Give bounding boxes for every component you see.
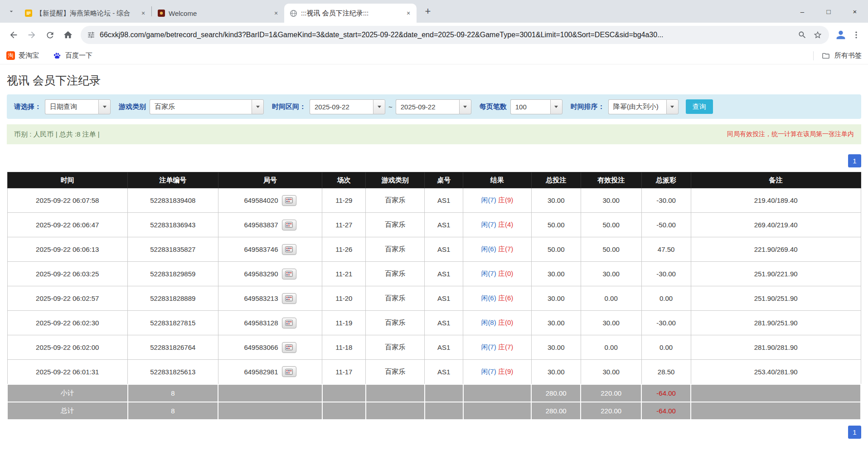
- cell-valid-bet: 30.00: [581, 311, 641, 335]
- round-detail-button[interactable]: [282, 318, 296, 328]
- tab-welcome[interactable]: Welcome ×: [152, 4, 284, 23]
- cell-total-bet[interactable]: 30.00: [531, 311, 581, 335]
- chevron-down-icon[interactable]: [459, 99, 471, 114]
- bookmark-baidu[interactable]: 百度一下: [53, 51, 92, 60]
- cell-bet-id: 522831835827: [128, 237, 218, 262]
- date-start-value: 2025-09-22: [310, 99, 373, 114]
- result-text: 闲(6) 庄(6): [481, 294, 513, 302]
- cell-round: 649583213: [218, 286, 322, 311]
- cell-total-bet[interactable]: 50.00: [531, 213, 581, 237]
- browser-toolbar: 66cxkj98.com/game/betrecord_search/kind3…: [0, 23, 868, 47]
- round-detail-button[interactable]: [282, 244, 296, 255]
- table-row: 2025-09-22 06:06:47522831836943649583837…: [7, 213, 861, 237]
- baidu-paw-icon: [53, 51, 62, 60]
- refresh-button[interactable]: [41, 26, 59, 44]
- bookmarks-bar: 淘 爱淘宝 百度一下 所有书签: [0, 47, 868, 64]
- result-player: 闲(6): [481, 245, 496, 253]
- round-detail-button[interactable]: [282, 195, 296, 206]
- back-button[interactable]: [5, 26, 23, 44]
- tab-close-icon[interactable]: ×: [404, 9, 413, 18]
- tab-search-chevron-icon[interactable]: [4, 4, 19, 19]
- subtotal-payout: -64.00: [641, 384, 691, 402]
- game-type-select[interactable]: 百家乐: [150, 99, 264, 114]
- cell-game-type: 百家乐: [366, 286, 425, 311]
- round-detail-button[interactable]: [282, 293, 296, 304]
- cell-total-bet[interactable]: 50.00: [531, 237, 581, 262]
- bookmark-star-button[interactable]: [810, 27, 825, 43]
- chevron-down-icon[interactable]: [373, 99, 385, 114]
- empty-cell: [425, 402, 463, 420]
- tab-betrecord-active[interactable]: :::视讯 会员下注纪录::: ×: [284, 4, 417, 23]
- zoom-magnifier-icon: [798, 30, 807, 39]
- bookmark-taobao[interactable]: 淘 爱淘宝: [6, 51, 39, 60]
- result-text: 闲(7) 庄(9): [481, 196, 513, 204]
- cell-payout: 0.00: [641, 335, 691, 360]
- profile-button[interactable]: [833, 27, 849, 43]
- cell-result: 闲(8) 庄(0): [463, 311, 532, 335]
- url-text[interactable]: 66cxkj98.com/game/betrecord_search/kind3…: [100, 31, 790, 39]
- column-header: 备注: [691, 172, 861, 188]
- forum-favicon-icon: [24, 10, 32, 17]
- empty-cell: [691, 384, 861, 402]
- cell-total-bet[interactable]: 30.00: [531, 360, 581, 384]
- tab-forum[interactable]: 【新提醒】海燕策略论坛 - 综合 ×: [19, 4, 151, 23]
- result-text: 闲(7) 庄(7): [481, 343, 513, 351]
- page-1-button[interactable]: 1: [848, 426, 861, 439]
- empty-cell: [322, 402, 366, 420]
- all-bookmarks[interactable]: 所有书签: [813, 51, 862, 60]
- site-settings-tune-icon[interactable]: [87, 31, 95, 39]
- tab-title: :::视讯 会员下注纪录:::: [301, 9, 400, 18]
- chevron-down-icon[interactable]: [252, 99, 264, 114]
- folder-icon: [821, 51, 830, 60]
- chevron-down-icon[interactable]: [666, 99, 679, 114]
- zoom-button[interactable]: [795, 27, 810, 43]
- column-header: 注单编号: [128, 172, 218, 188]
- subtotal-count: 8: [128, 384, 218, 402]
- empty-cell: [463, 402, 532, 420]
- sort-select[interactable]: 降幂(由大到小): [608, 99, 679, 114]
- round-detail-button[interactable]: [282, 342, 296, 353]
- forward-button[interactable]: [23, 26, 41, 44]
- round-detail-button[interactable]: [282, 220, 296, 230]
- tab-title: 【新提醒】海燕策略论坛 - 综合: [36, 9, 135, 18]
- result-player: 闲(7): [481, 196, 496, 204]
- result-player: 闲(7): [481, 270, 496, 277]
- column-header: 局号: [218, 172, 322, 188]
- cell-session: 11-21: [322, 262, 366, 286]
- date-type-select[interactable]: 日期查询: [45, 99, 111, 114]
- chevron-down-icon[interactable]: [550, 99, 563, 114]
- tab-close-icon[interactable]: ×: [272, 9, 281, 18]
- roadmap-icon: [285, 246, 293, 252]
- query-button[interactable]: 查询: [686, 99, 713, 114]
- maximize-button[interactable]: □: [815, 0, 842, 23]
- cell-remark: 253.40/281.90: [691, 360, 861, 384]
- address-bar[interactable]: 66cxkj98.com/game/betrecord_search/kind3…: [81, 26, 829, 44]
- cell-total-bet[interactable]: 30.00: [531, 262, 581, 286]
- filter-bar: 请选择： 日期查询 游戏类别 百家乐 时间区间： 2025-09-22 ~ 20…: [7, 94, 861, 119]
- browser-menu-button[interactable]: [849, 27, 863, 43]
- chevron-down-icon: [8, 8, 15, 15]
- date-start-select[interactable]: 2025-09-22: [310, 99, 385, 114]
- per-page-select[interactable]: 100: [510, 99, 563, 114]
- cell-remark: 269.40/219.40: [691, 213, 861, 237]
- bet-table: 时间注单编号局号场次游戏类别桌号结果总投注有效投注总派彩备注 2025-09-2…: [7, 172, 861, 420]
- result-banker: 庄(6): [498, 294, 513, 302]
- page-1-button[interactable]: 1: [848, 154, 861, 167]
- home-button[interactable]: [59, 26, 77, 44]
- minimize-button[interactable]: –: [789, 0, 815, 23]
- welcome-favicon-icon: [157, 10, 165, 17]
- round-detail-button[interactable]: [282, 269, 296, 279]
- cell-time: 2025-09-22 06:02:00: [7, 335, 128, 360]
- new-tab-button[interactable]: +: [421, 5, 435, 18]
- round-detail-button[interactable]: [282, 366, 296, 377]
- close-button[interactable]: ×: [842, 0, 868, 23]
- cell-total-bet[interactable]: 30.00: [531, 335, 581, 360]
- tab-close-icon[interactable]: ×: [139, 9, 148, 18]
- cell-result: 闲(7) 庄(4): [463, 213, 532, 237]
- cell-round: 649583290: [218, 262, 322, 286]
- cell-total-bet[interactable]: 30.00: [531, 286, 581, 311]
- cell-session: 11-17: [322, 360, 366, 384]
- cell-total-bet[interactable]: 30.00: [531, 188, 581, 213]
- date-end-select[interactable]: 2025-09-22: [396, 99, 471, 114]
- chevron-down-icon[interactable]: [98, 99, 111, 114]
